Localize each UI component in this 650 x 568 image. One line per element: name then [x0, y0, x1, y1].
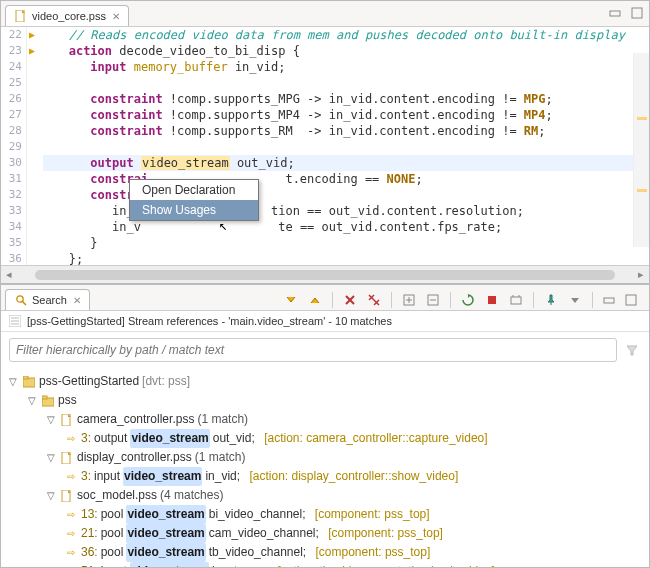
results-icon	[9, 315, 21, 327]
scroll-left-icon[interactable]: ◂	[1, 268, 17, 281]
svg-rect-16	[488, 296, 496, 304]
search-tab[interactable]: Search ✕	[5, 289, 90, 310]
filter-row	[1, 332, 649, 368]
twisty-icon[interactable]: ▽	[45, 486, 57, 505]
svg-rect-1	[610, 11, 620, 16]
minimize-icon[interactable]	[607, 5, 623, 21]
match-arrow-icon: ⇨	[64, 470, 78, 484]
match-arrow-icon: ⇨	[64, 432, 78, 446]
editor-tab-title: video_core.pss	[32, 10, 106, 22]
file-icon	[14, 9, 28, 23]
editor-pane: video_core.pss ✕ 22232425262728293031323…	[0, 0, 650, 284]
prev-match-up-icon[interactable]	[306, 291, 324, 309]
file-icon	[60, 451, 74, 465]
tree-folder[interactable]: ▽ pss	[7, 391, 647, 410]
search-tab-title: Search	[32, 294, 67, 306]
pin-icon[interactable]	[542, 291, 560, 309]
search-tabbar: Search ✕	[1, 285, 649, 311]
svg-rect-22	[626, 295, 636, 305]
expand-all-icon[interactable]	[400, 291, 418, 309]
tree-file[interactable]: ▽ soc_model.pss (4 matches)	[7, 486, 647, 505]
scroll-right-icon[interactable]: ▸	[633, 268, 649, 281]
maximize-icon[interactable]	[629, 5, 645, 21]
match-arrow-icon: ⇨	[64, 508, 78, 522]
tree-match[interactable]: ⇨ 21: pool video_stream cam_video_channe…	[7, 524, 647, 543]
stop-icon[interactable]	[483, 291, 501, 309]
context-menu-item[interactable]: Show Usages	[130, 200, 258, 220]
context-menu-item[interactable]: Open Declaration	[130, 180, 258, 200]
svg-rect-21	[604, 298, 614, 303]
search-results-tree[interactable]: ▽ pss-GettingStarted [dvt: pss]▽ pss▽ ca…	[1, 368, 649, 567]
folder-icon	[41, 394, 55, 408]
editor-tabbar: video_core.pss ✕	[1, 1, 649, 27]
close-icon[interactable]: ✕	[73, 295, 81, 306]
twisty-icon[interactable]: ▽	[45, 448, 57, 467]
tree-file[interactable]: ▽ display_controller.pss (1 match)	[7, 448, 647, 467]
next-match-down-icon[interactable]	[282, 291, 300, 309]
svg-rect-30	[42, 396, 47, 399]
tree-match[interactable]: ⇨ 3: input video_stream in_vid; [action:…	[7, 467, 647, 486]
twisty-icon[interactable]: ▽	[45, 410, 57, 429]
minimize-icon[interactable]	[601, 292, 617, 308]
tree-match[interactable]: ⇨ 3: output video_stream out_vid; [actio…	[7, 429, 647, 448]
collapse-all-icon[interactable]	[424, 291, 442, 309]
code-editor[interactable]: 22232425262728293031323334353637 ▶▶ // R…	[1, 27, 649, 265]
vertical-scrollbar[interactable]	[633, 53, 649, 247]
file-icon	[60, 413, 74, 427]
cursor-icon: ↖	[219, 217, 227, 233]
svg-rect-17	[511, 297, 521, 304]
marker-gutter: ▶▶	[27, 27, 43, 265]
match-arrow-icon: ⇨	[64, 565, 78, 568]
code-area[interactable]: // Reads encoded video data from mem and…	[43, 27, 649, 265]
svg-rect-2	[632, 8, 642, 18]
search-toolbar	[276, 289, 645, 311]
file-icon	[60, 489, 74, 503]
svg-line-4	[23, 302, 27, 306]
project-icon	[22, 375, 36, 389]
view-menu-icon[interactable]	[566, 291, 584, 309]
clear-filter-icon[interactable]	[623, 338, 641, 362]
remove-all-icon[interactable]	[365, 291, 383, 309]
svg-point-3	[17, 296, 23, 302]
tree-project[interactable]: ▽ pss-GettingStarted [dvt: pss]	[7, 372, 647, 391]
maximize-icon[interactable]	[623, 292, 639, 308]
tree-match[interactable]: ⇨ 13: pool video_stream bi_video_channel…	[7, 505, 647, 524]
line-number-gutter: 22232425262728293031323334353637	[1, 27, 27, 265]
tree-file[interactable]: ▽ camera_controller.pss (1 match)	[7, 410, 647, 429]
search-icon	[14, 293, 28, 307]
rerun-icon[interactable]	[459, 291, 477, 309]
remove-match-icon[interactable]	[341, 291, 359, 309]
horizontal-scrollbar[interactable]: ◂ ▸	[1, 265, 649, 283]
twisty-icon[interactable]: ▽	[7, 372, 19, 391]
svg-rect-28	[23, 376, 28, 379]
search-pane: Search ✕	[0, 284, 650, 568]
tree-match[interactable]: ⇨ 51: input video_stream in_stream; [act…	[7, 562, 647, 567]
search-description-row: [pss-GettingStarted] Stream references -…	[1, 311, 649, 332]
twisty-icon[interactable]: ▽	[26, 391, 38, 410]
context-menu: Open DeclarationShow Usages	[129, 179, 259, 221]
filter-input[interactable]	[9, 338, 617, 362]
match-arrow-icon: ⇨	[64, 546, 78, 560]
tree-match[interactable]: ⇨ 36: pool video_stream tb_video_channel…	[7, 543, 647, 562]
search-description: [pss-GettingStarted] Stream references -…	[27, 315, 392, 327]
scroll-thumb[interactable]	[35, 270, 615, 280]
editor-tab[interactable]: video_core.pss ✕	[5, 5, 129, 26]
close-icon[interactable]: ✕	[112, 11, 120, 22]
history-icon[interactable]	[507, 291, 525, 309]
match-arrow-icon: ⇨	[64, 527, 78, 541]
